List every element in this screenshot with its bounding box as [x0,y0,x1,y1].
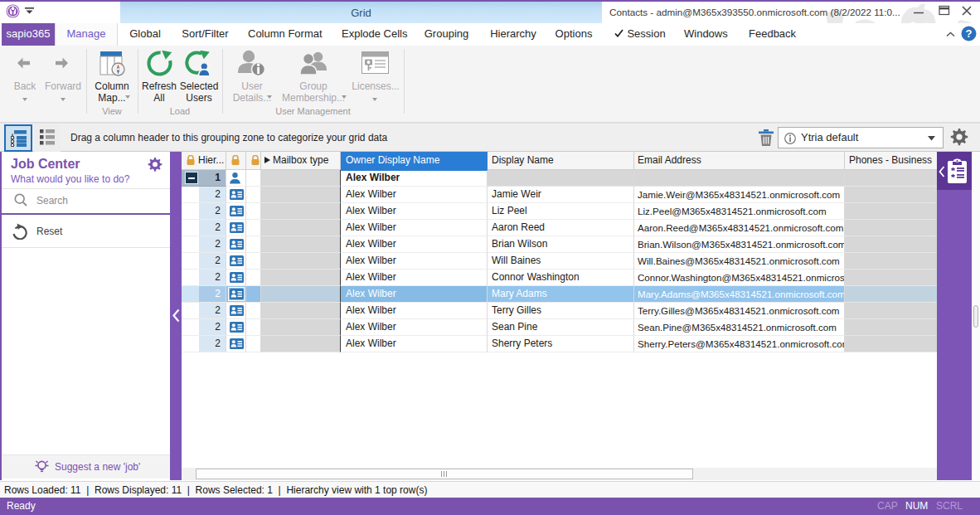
svg-text:?: ? [966,27,973,40]
